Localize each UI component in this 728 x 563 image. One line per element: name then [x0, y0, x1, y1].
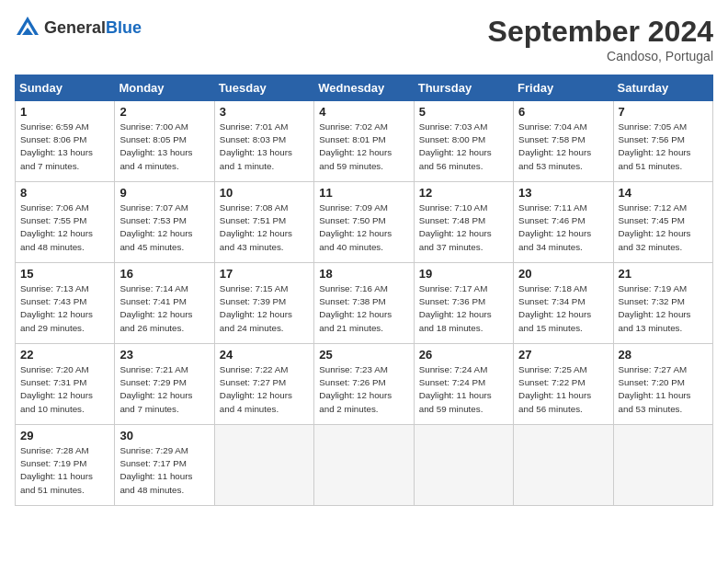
day-detail: Sunrise: 7:21 AM Sunset: 7:29 PM Dayligh… [119, 363, 209, 416]
weekday-header-friday: Friday [514, 75, 613, 101]
day-detail: Sunrise: 7:13 AM Sunset: 7:43 PM Dayligh… [20, 282, 109, 335]
day-detail: Sunrise: 7:24 AM Sunset: 7:24 PM Dayligh… [419, 363, 508, 416]
day-number: 30 [119, 429, 209, 442]
day-cell: 14Sunrise: 7:12 AM Sunset: 7:45 PM Dayli… [613, 182, 712, 263]
day-cell: 28Sunrise: 7:27 AM Sunset: 7:20 PM Dayli… [613, 344, 712, 425]
day-number: 6 [518, 105, 608, 119]
day-number: 15 [20, 267, 109, 281]
day-number: 4 [319, 105, 408, 119]
day-number: 7 [619, 105, 708, 119]
weekday-header-wednesday: Wednesday [314, 75, 414, 101]
day-cell: 22Sunrise: 7:20 AM Sunset: 7:31 PM Dayli… [16, 344, 115, 425]
day-number: 11 [319, 186, 408, 200]
calendar-table: SundayMondayTuesdayWednesdayThursdayFrid… [15, 75, 713, 506]
day-detail: Sunrise: 7:06 AM Sunset: 7:55 PM Dayligh… [20, 201, 109, 254]
day-detail: Sunrise: 7:12 AM Sunset: 7:45 PM Dayligh… [619, 201, 708, 254]
day-detail: Sunrise: 7:00 AM Sunset: 8:05 PM Dayligh… [119, 121, 209, 173]
day-cell: 23Sunrise: 7:21 AM Sunset: 7:29 PM Dayli… [115, 344, 214, 425]
logo: GeneralBlue [15, 15, 142, 40]
location: Candoso, Portugal [488, 49, 713, 63]
day-detail: Sunrise: 7:23 AM Sunset: 7:26 PM Dayligh… [319, 363, 408, 416]
day-detail: Sunrise: 7:09 AM Sunset: 7:50 PM Dayligh… [319, 201, 408, 254]
day-number: 12 [419, 186, 508, 200]
logo-text: GeneralBlue [44, 18, 142, 38]
day-detail: Sunrise: 7:25 AM Sunset: 7:22 PM Dayligh… [518, 363, 608, 416]
day-detail: Sunrise: 7:11 AM Sunset: 7:46 PM Dayligh… [518, 201, 608, 254]
day-detail: Sunrise: 7:10 AM Sunset: 7:48 PM Dayligh… [419, 201, 508, 254]
day-number: 27 [518, 348, 608, 362]
day-detail: Sunrise: 7:17 AM Sunset: 7:36 PM Dayligh… [419, 282, 508, 335]
weekday-header-monday: Monday [115, 75, 214, 101]
day-number: 29 [20, 429, 109, 442]
day-detail: Sunrise: 7:15 AM Sunset: 7:39 PM Dayligh… [220, 282, 309, 335]
day-cell: 27Sunrise: 7:25 AM Sunset: 7:22 PM Dayli… [514, 344, 613, 425]
day-number: 13 [518, 186, 608, 200]
week-row-2: 8Sunrise: 7:06 AM Sunset: 7:55 PM Daylig… [16, 182, 713, 263]
day-cell: 21Sunrise: 7:19 AM Sunset: 7:32 PM Dayli… [613, 263, 712, 344]
day-number: 23 [119, 348, 209, 362]
day-cell [514, 425, 613, 506]
day-cell: 30Sunrise: 7:29 AM Sunset: 7:17 PM Dayli… [115, 425, 214, 506]
day-number: 26 [419, 348, 508, 362]
day-number: 17 [220, 267, 309, 281]
day-number: 14 [619, 186, 708, 200]
day-number: 1 [20, 105, 109, 119]
day-number: 28 [619, 348, 708, 362]
day-cell: 24Sunrise: 7:22 AM Sunset: 7:27 PM Dayli… [214, 344, 313, 425]
day-detail: Sunrise: 7:03 AM Sunset: 8:00 PM Dayligh… [419, 121, 508, 173]
day-cell [613, 425, 712, 506]
day-cell: 5Sunrise: 7:03 AM Sunset: 8:00 PM Daylig… [414, 101, 513, 182]
day-detail: Sunrise: 7:29 AM Sunset: 7:17 PM Dayligh… [119, 444, 209, 497]
weekday-header-tuesday: Tuesday [214, 75, 313, 101]
day-detail: Sunrise: 7:02 AM Sunset: 8:01 PM Dayligh… [319, 121, 408, 173]
week-row-5: 29Sunrise: 7:28 AM Sunset: 7:19 PM Dayli… [16, 425, 713, 506]
day-cell: 9Sunrise: 7:07 AM Sunset: 7:53 PM Daylig… [115, 182, 214, 263]
day-number: 10 [220, 186, 309, 200]
day-detail: Sunrise: 6:59 AM Sunset: 8:06 PM Dayligh… [20, 121, 109, 173]
day-cell: 20Sunrise: 7:18 AM Sunset: 7:34 PM Dayli… [514, 263, 613, 344]
day-detail: Sunrise: 7:05 AM Sunset: 7:56 PM Dayligh… [619, 121, 708, 173]
day-cell: 19Sunrise: 7:17 AM Sunset: 7:36 PM Dayli… [414, 263, 513, 344]
day-cell: 1Sunrise: 6:59 AM Sunset: 8:06 PM Daylig… [16, 101, 115, 182]
day-detail: Sunrise: 7:01 AM Sunset: 8:03 PM Dayligh… [220, 121, 309, 173]
day-number: 5 [419, 105, 508, 119]
day-detail: Sunrise: 7:22 AM Sunset: 7:27 PM Dayligh… [220, 363, 309, 416]
weekday-header-sunday: Sunday [16, 75, 115, 101]
logo-icon [15, 15, 40, 40]
day-cell: 13Sunrise: 7:11 AM Sunset: 7:46 PM Dayli… [514, 182, 613, 263]
day-cell: 17Sunrise: 7:15 AM Sunset: 7:39 PM Dayli… [214, 263, 313, 344]
day-number: 3 [220, 105, 309, 119]
day-cell: 10Sunrise: 7:08 AM Sunset: 7:51 PM Dayli… [214, 182, 313, 263]
day-detail: Sunrise: 7:16 AM Sunset: 7:38 PM Dayligh… [319, 282, 408, 335]
page-header: GeneralBlue September 2024 Candoso, Port… [15, 15, 713, 63]
day-cell: 26Sunrise: 7:24 AM Sunset: 7:24 PM Dayli… [414, 344, 513, 425]
day-cell: 4Sunrise: 7:02 AM Sunset: 8:01 PM Daylig… [314, 101, 414, 182]
day-detail: Sunrise: 7:19 AM Sunset: 7:32 PM Dayligh… [619, 282, 708, 335]
day-cell: 12Sunrise: 7:10 AM Sunset: 7:48 PM Dayli… [414, 182, 513, 263]
day-detail: Sunrise: 7:28 AM Sunset: 7:19 PM Dayligh… [20, 444, 109, 497]
week-row-3: 15Sunrise: 7:13 AM Sunset: 7:43 PM Dayli… [16, 263, 713, 344]
day-number: 22 [20, 348, 109, 362]
day-number: 20 [518, 267, 608, 281]
weekday-header-row: SundayMondayTuesdayWednesdayThursdayFrid… [16, 75, 713, 101]
logo-blue: Blue [106, 18, 142, 37]
day-cell [214, 425, 313, 506]
day-number: 8 [20, 186, 109, 200]
month-title: September 2024 [488, 15, 713, 49]
day-number: 2 [119, 105, 209, 119]
day-number: 16 [119, 267, 209, 281]
day-cell [414, 425, 513, 506]
day-detail: Sunrise: 7:07 AM Sunset: 7:53 PM Dayligh… [119, 201, 209, 254]
day-detail: Sunrise: 7:08 AM Sunset: 7:51 PM Dayligh… [220, 201, 309, 254]
day-detail: Sunrise: 7:14 AM Sunset: 7:41 PM Dayligh… [119, 282, 209, 335]
day-cell: 8Sunrise: 7:06 AM Sunset: 7:55 PM Daylig… [16, 182, 115, 263]
day-cell: 3Sunrise: 7:01 AM Sunset: 8:03 PM Daylig… [214, 101, 313, 182]
day-number: 9 [119, 186, 209, 200]
day-number: 21 [619, 267, 708, 281]
title-block: September 2024 Candoso, Portugal [488, 15, 713, 63]
day-cell: 16Sunrise: 7:14 AM Sunset: 7:41 PM Dayli… [115, 263, 214, 344]
day-cell: 2Sunrise: 7:00 AM Sunset: 8:05 PM Daylig… [115, 101, 214, 182]
day-detail: Sunrise: 7:18 AM Sunset: 7:34 PM Dayligh… [518, 282, 608, 335]
day-number: 19 [419, 267, 508, 281]
day-cell [314, 425, 414, 506]
